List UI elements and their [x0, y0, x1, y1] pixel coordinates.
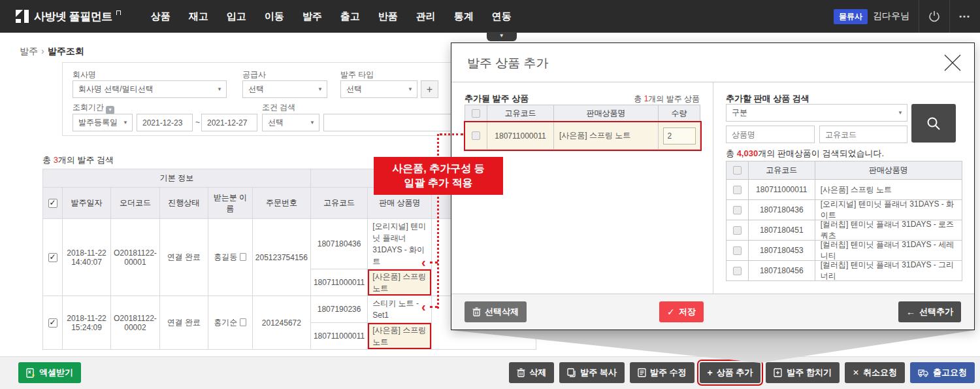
merge-orders-label: 발주 합치기 — [787, 367, 832, 379]
excel-download-label: 엑셀받기 — [39, 367, 73, 379]
unique-code-search-input[interactable] — [819, 126, 907, 143]
col-status: 진행상태 — [159, 188, 208, 219]
logout-button[interactable] — [919, 0, 949, 33]
condition-select[interactable]: 선택 — [262, 114, 319, 131]
add-product-button[interactable]: + 상품 추가 — [700, 362, 761, 383]
row-checkbox[interactable] — [733, 246, 742, 255]
callout-bulk-add: 사은품, 추가구성 등 일괄 추가 적용 — [374, 157, 503, 195]
quantity-input[interactable] — [663, 127, 696, 144]
order-date-cell: 2018-11-2215:24:09 — [63, 296, 111, 350]
delete-button[interactable]: 삭제 — [509, 362, 554, 383]
menu-item-returns[interactable]: 반품 — [369, 1, 407, 33]
col-unique-code: 고유코드 — [310, 188, 367, 219]
unique-code-cell: 180711000011 — [310, 269, 367, 296]
delete-selected-button[interactable]: 선택삭제 — [465, 301, 527, 322]
merge-icon — [774, 368, 783, 377]
add-filter-button[interactable]: + — [421, 80, 438, 98]
unique-code-cell: 180711000011 — [310, 323, 367, 350]
toolbar-right-group: 삭제 발주 복사 발주 수정 + 상품 추가 발주 합치기 ✕ 취소요청 — [509, 362, 975, 383]
select-all-cell — [43, 188, 63, 219]
app-logo[interactable]: 사방넷 풀필먼트 — [0, 9, 121, 24]
condition-label: 조건 검색 — [262, 102, 295, 113]
company-select[interactable]: 회사명 선택/멀티선택 — [73, 80, 227, 98]
active-menu-indicator-icon — [487, 32, 517, 41]
result-suffix: 개의 판매상품이 검색되었습니다. — [758, 148, 884, 158]
row-checkbox[interactable] — [48, 318, 57, 328]
gift-product-highlight-cell: [사은품] 스프링 노트 — [368, 269, 432, 296]
select-all-checkbox[interactable] — [733, 166, 742, 175]
selected-product-row: 180711000011 [사은품] 스프링 노트 — [465, 122, 700, 150]
breadcrumb-section[interactable]: 발주 — [20, 46, 38, 56]
product-name-cell: [컬러칩] 텐미닛 플래너 31DAYS - 로즈쿼츠 — [815, 220, 962, 241]
connector-branch-dotted-line — [430, 306, 438, 308]
ship-request-button[interactable]: 출고요청 — [910, 362, 975, 383]
add-selected-button[interactable]: ← 선택추가 — [898, 301, 961, 322]
breadcrumb: 발주›발주조회 — [20, 46, 84, 58]
cancel-request-label: 취소요청 — [863, 367, 897, 379]
row-checkbox[interactable] — [48, 253, 57, 262]
menu-item-integration[interactable]: 연동 — [483, 1, 521, 33]
row-checkbox[interactable] — [733, 186, 742, 194]
page-title: 발주조회 — [48, 46, 84, 56]
supplier-select[interactable]: 선택 — [242, 80, 327, 98]
excel-download-button[interactable]: 엑셀받기 — [18, 362, 81, 383]
note-icon[interactable] — [240, 318, 246, 326]
trash-icon — [517, 368, 525, 377]
select-all-checkbox[interactable] — [48, 199, 57, 208]
save-label: 저장 — [679, 306, 696, 318]
order-type-select[interactable]: 선택 — [340, 80, 417, 98]
count-suffix: 개의 발주 상품 — [648, 94, 700, 103]
modal-title: 발주 상품 추가 — [467, 55, 549, 72]
col-order-code: 오더코드 — [111, 188, 160, 219]
summary-count: 3 — [54, 155, 58, 165]
menu-item-outbound[interactable]: 출고 — [331, 1, 369, 33]
search-button[interactable] — [911, 104, 956, 143]
more-menu-button[interactable]: ••• — [950, 0, 980, 33]
menu-item-stock[interactable]: 재고 — [180, 1, 218, 33]
unique-code-cell: 180711000011 — [487, 122, 554, 150]
cancel-request-button[interactable]: ✕ 취소요청 — [845, 362, 905, 383]
date-from-input[interactable] — [137, 114, 193, 131]
user-name: 김다우님 — [873, 10, 909, 22]
connector-arrow-icon: ‹ — [421, 303, 426, 310]
breadcrumb-separator: › — [41, 46, 44, 56]
period-label: 조회기간▾ — [73, 102, 114, 114]
row-checkbox[interactable] — [733, 267, 742, 275]
menu-item-inbound[interactable]: 입고 — [218, 1, 255, 33]
col-receiver: 받는분 이름 — [208, 188, 252, 219]
x-icon: ✕ — [853, 369, 859, 377]
row-checkbox[interactable] — [472, 131, 480, 140]
menu-item-stats[interactable]: 통계 — [445, 1, 483, 33]
row-checkbox[interactable] — [733, 206, 742, 214]
logo-box-icon — [116, 10, 121, 15]
edit-document-icon — [638, 368, 646, 377]
unique-code-cell: 180711000011 — [749, 180, 815, 200]
menu-item-manage[interactable]: 관리 — [407, 1, 445, 33]
search-icon — [926, 116, 941, 131]
search-result-row: 1807180436 [오리지널] 텐미닛 플래너 31DAYS - 화이트 — [727, 200, 962, 220]
power-icon — [928, 10, 941, 23]
select-all-checkbox[interactable] — [472, 109, 480, 118]
note-icon[interactable] — [240, 253, 246, 261]
product-name-cell: [컬러칩] 텐미닛 플래너 31DAYS - 그리너리 — [815, 261, 962, 281]
order-code-cell: O20181122-00001 — [111, 219, 160, 296]
category-select[interactable]: 구분 — [726, 104, 907, 122]
menu-item-products[interactable]: 상품 — [142, 1, 180, 33]
product-name-search-input[interactable] — [726, 126, 815, 143]
period-type-select[interactable]: 발주등록일 — [73, 114, 133, 131]
col-product-name: 판매상품명 — [815, 161, 962, 180]
copy-order-button[interactable]: 발주 복사 — [559, 362, 625, 383]
menu-item-move[interactable]: 이동 — [255, 1, 293, 33]
row-checkbox[interactable] — [733, 226, 742, 235]
order-no-cell: 201245672 — [252, 296, 310, 350]
receiver-cell: 홍길동 — [208, 219, 252, 296]
col-order-date: 발주일자 — [63, 188, 111, 219]
menu-item-order[interactable]: 발주 — [293, 1, 331, 33]
edit-order-button[interactable]: 발주 수정 — [630, 362, 694, 383]
order-type-label: 발주 타입 — [340, 69, 374, 80]
logo-text: 사방넷 풀필먼트 — [34, 9, 112, 24]
merge-orders-button[interactable]: 발주 합치기 — [766, 362, 840, 383]
date-to-input[interactable] — [201, 114, 257, 131]
save-button[interactable]: ✓ 저장 — [659, 301, 704, 322]
close-icon[interactable] — [941, 52, 964, 74]
